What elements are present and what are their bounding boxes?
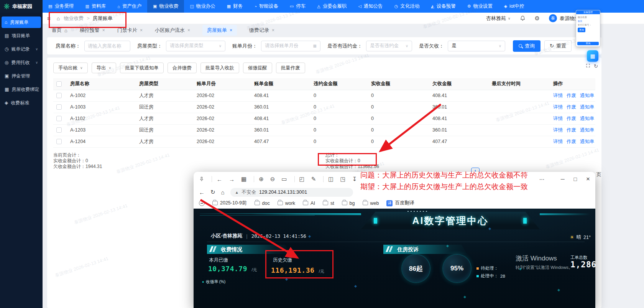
back-icon[interactable]: ← [217,176,222,183]
bell-icon[interactable] [520,15,526,21]
bookmark-folder[interactable]: doc [255,201,270,206]
snapshot-icon[interactable]: ◳ [340,176,345,183]
bookmark-folder[interactable]: 2025-10-9前 [212,200,247,206]
bookmark-folder[interactable]: bg [342,201,355,206]
nav-item-devices[interactable]: ◔智能设备 [248,0,284,13]
nav-item-finance[interactable]: ▦财务 [221,0,248,13]
batch-void-button[interactable]: 批量作废 [276,63,305,73]
tab-access-card[interactable]: 门禁卡片× [117,27,143,34]
detail-link[interactable]: 详情 [553,127,563,133]
tab-elevator-alarm[interactable]: 梯控预警× [80,27,105,34]
notice-link[interactable]: 通知单 [580,127,595,133]
grid-icon[interactable]: ▦ [241,176,246,183]
batch-download-button[interactable]: 批量下载通知单 [120,63,164,73]
bookmark-folder[interactable]: work [278,201,295,206]
zoom-out-icon[interactable]: ⊖ [270,176,275,183]
refresh-icon[interactable]: ↻ [594,63,598,69]
notice-link[interactable]: 通知单 [580,116,595,121]
bookmark-folder[interactable]: st [323,201,334,206]
void-link[interactable]: 作废 [567,139,576,144]
zoom-in-icon[interactable]: ⊕ [259,176,264,183]
close-icon[interactable]: × [230,28,232,33]
gear-icon[interactable]: ⚙ [535,15,540,22]
void-link[interactable]: 作废 [567,104,576,110]
fullscreen-icon[interactable] [586,63,590,69]
menu-collapse-icon[interactable]: ≡ [47,15,51,21]
nav-item-library[interactable]: ▥资料库 [79,0,112,13]
apps-fab-button[interactable]: ▦ [587,50,598,62]
nav-item-settings[interactable]: ⚙物业设置 [462,0,498,13]
row-checkbox[interactable] [56,93,62,98]
owed-select[interactable]: 是∨ [448,41,505,51]
copy-icon[interactable]: ◰ [299,176,305,183]
nav-item-parking[interactable]: ▭停车 [284,0,311,13]
row-checkbox[interactable] [56,127,62,133]
nav-item-culture[interactable]: ◷文化活动 [389,0,426,13]
more-icon[interactable]: ⋯ [539,176,545,182]
tab-account-flow[interactable]: 小区账户流水× [155,27,190,34]
close-icon[interactable]: × [187,28,190,33]
void-link[interactable]: 作废 [567,116,576,121]
nav-item-committee[interactable]: ◬业委会履职 [311,0,352,13]
detail-link[interactable]: 详情 [553,116,563,121]
close-icon[interactable]: × [102,28,105,33]
penalty-select[interactable]: 是否有违约金∨ [366,41,412,51]
void-link[interactable]: 作废 [567,127,576,133]
search-button[interactable]: 查询 [513,40,540,52]
bookmark-translate[interactable]: 译百度翻译 [386,200,414,206]
tab-house-bill[interactable]: 房屋账单× [202,25,237,36]
url-field[interactable]: ▲ 不安全 129.204.124.131:3001 [230,188,353,197]
bookmark-folder[interactable]: web [363,201,379,206]
close-button[interactable]: × [586,175,590,183]
row-checkbox[interactable] [56,104,62,110]
community-selector[interactable]: 杏林雅苑∨ [486,15,511,22]
reload-icon[interactable]: ↻ [210,189,215,196]
download-icon[interactable]: ↧ [352,176,357,183]
back-icon[interactable]: ← [199,189,205,196]
manual-billing-button[interactable]: 手动出账∨ [53,63,88,73]
notice-link[interactable]: 通知单 [580,104,595,110]
forward-icon[interactable]: → [229,176,235,183]
nav-item-alarm[interactable]: ◭设备预警 [425,0,461,13]
remind-button[interactable]: 催缴提醒 [243,63,272,73]
tab-home[interactable]: 首页⌂ [52,27,67,34]
select-all-checkbox[interactable] [56,81,62,87]
tab-payment-record[interactable]: 缴费记录× [249,27,274,34]
nav-item-iot[interactable]: ◈iot中控 [498,0,530,13]
sidebar-item-deposit[interactable]: ▣押金管理 [2,70,41,82]
row-checkbox[interactable] [56,139,62,144]
split-window-icon[interactable]: ◫ [328,176,334,183]
user-menu[interactable]: 泰 泰源物业 [549,14,580,22]
batch-import-button[interactable]: 批量导入收款 [200,63,239,73]
edit-icon[interactable]: ✎ [311,176,316,183]
close-icon[interactable]: × [272,28,274,33]
house-name-input[interactable] [84,41,130,51]
bookmark-folder[interactable]: AI [303,201,315,206]
nav-item-property-fee[interactable]: ▣物业收费 [147,0,184,13]
breadcrumb-section[interactable]: 物业收费 [64,15,84,22]
nav-item-office[interactable]: ◫物业办公 [184,0,221,13]
sidebar-item-house-bill[interactable]: ⌂房屋账单 [2,16,41,28]
void-link[interactable]: 作废 [567,93,576,98]
detail-link[interactable]: 详情 [553,139,563,144]
export-button[interactable]: 导出∨ [92,63,117,73]
nav-item-notice[interactable]: ◁通知公告 [352,0,388,13]
detail-link[interactable]: 详情 [553,104,563,110]
nav-item-business[interactable]: ▤业务受理 [43,0,79,13]
pin-icon[interactable] [199,176,204,182]
sidebar-item-standard[interactable]: ◈收费标准 [2,97,41,109]
detail-link[interactable]: 详情 [553,93,563,98]
sidebar-item-binding[interactable]: ▦房屋收费绑定 [2,84,41,95]
extensions-icon[interactable] [199,200,205,206]
close-icon[interactable]: × [140,28,143,33]
house-type-select[interactable]: 请选择房屋类型∨ [166,41,225,51]
sidebar-item-collection[interactable]: ◎费用托收∨ [2,57,41,68]
window-preview-thumbnail[interactable]: 业务受理 物业收费 首页 支付订单号： 查询 查询 [576,10,600,47]
maximize-button[interactable]: □ [574,176,577,182]
row-checkbox[interactable] [56,116,62,121]
home-icon[interactable]: ⌂ [57,15,60,21]
reset-button[interactable]: ↻重置 [544,40,572,52]
home-icon[interactable]: ⌂ [221,189,225,196]
sidebar-item-project-bill[interactable]: ▤项目账单 [2,30,41,41]
merge-pay-button[interactable]: 合并缴费 [168,63,197,73]
